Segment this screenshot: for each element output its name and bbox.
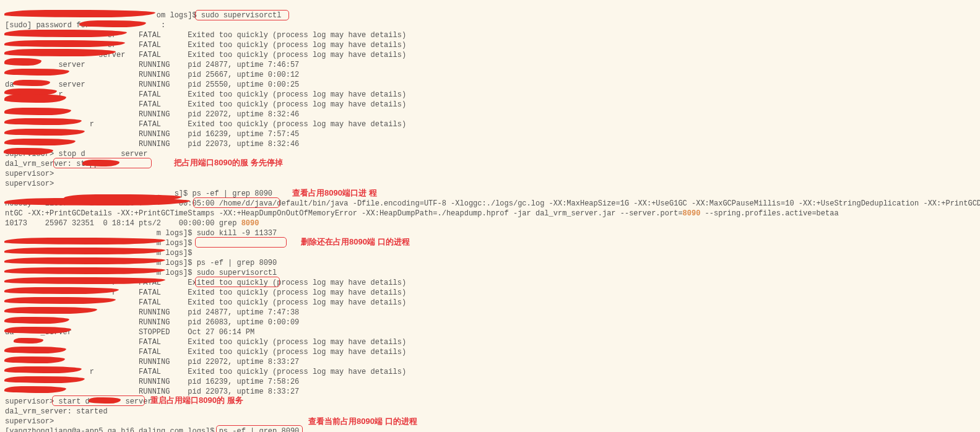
anno-start-service: 重启占用端口8090的 服务 xyxy=(150,395,243,405)
terminal-output: om logs]$ sudo supervisorctl [sudo] pass… xyxy=(5,11,980,432)
redact xyxy=(4,58,41,66)
anno-stop-service: 把占用端口8090的服 务先停掉 xyxy=(174,157,283,168)
redact xyxy=(13,80,50,86)
redact xyxy=(64,194,181,201)
redact xyxy=(4,297,116,304)
redact xyxy=(4,49,116,56)
redact xyxy=(4,10,155,17)
cmd-box-stop xyxy=(53,158,152,168)
redact xyxy=(4,366,82,373)
cmd-box-kill xyxy=(195,237,287,248)
cmd-box-ps-1 xyxy=(193,197,280,208)
redact xyxy=(4,356,65,363)
redact xyxy=(4,257,165,264)
redact xyxy=(14,338,43,343)
redact xyxy=(4,129,85,136)
redact xyxy=(4,347,66,353)
redact xyxy=(79,20,146,27)
redact xyxy=(4,267,165,274)
redact xyxy=(4,40,125,47)
cmd-box-start xyxy=(52,395,145,406)
redact xyxy=(4,30,127,37)
cmd-box-ps-2 xyxy=(216,425,303,432)
redact xyxy=(4,94,66,103)
cmd-box-supervisorctl-2 xyxy=(195,277,280,287)
redact xyxy=(4,386,66,393)
redact xyxy=(4,248,165,254)
cmd-box-supervisorctl-1 xyxy=(195,10,289,20)
redact xyxy=(4,69,69,76)
redact xyxy=(4,376,85,383)
redact xyxy=(4,287,119,294)
anno-view-current: 查看当前占用8090端 口的进程 xyxy=(308,416,417,426)
redact xyxy=(4,317,69,324)
redact xyxy=(4,148,53,155)
redact xyxy=(4,307,97,314)
redact xyxy=(4,277,165,284)
redact xyxy=(4,238,165,244)
anno-kill-process: 删除还在占用8090端 口的进程 xyxy=(301,236,410,247)
redact xyxy=(4,139,76,145)
redact xyxy=(4,108,71,115)
redact xyxy=(4,327,71,334)
anno-view-port: 查看占用8090端口进 程 xyxy=(292,188,377,198)
redact xyxy=(4,118,82,125)
